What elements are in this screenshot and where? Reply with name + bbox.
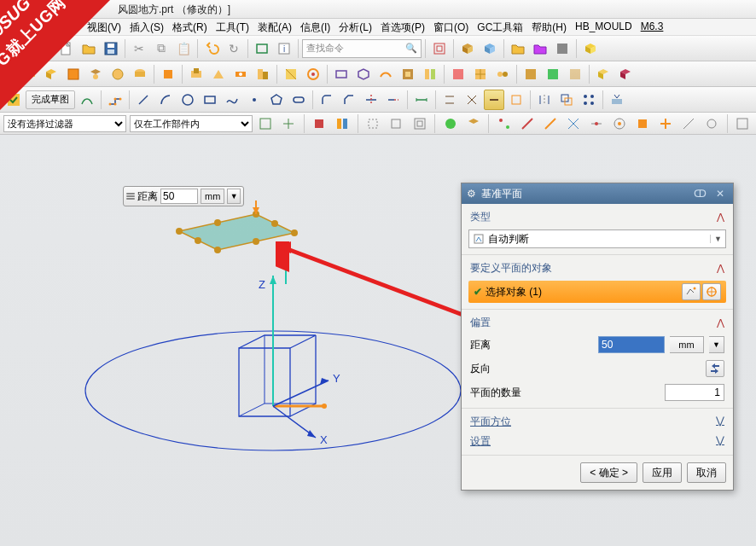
dialog-close-icon[interactable]: ✕	[712, 187, 728, 200]
type-combo[interactable]: 自动判断 ▼	[468, 229, 726, 248]
sk-arc-icon[interactable]	[155, 90, 176, 110]
sk-rect-icon[interactable]	[200, 90, 220, 110]
snap-11-icon[interactable]	[733, 113, 753, 134]
section-orientation-header[interactable]: 平面方位⋁	[468, 412, 726, 432]
menu-analyze[interactable]: 分析(L)	[335, 20, 375, 33]
feat-16-icon[interactable]	[375, 64, 396, 84]
redo-icon[interactable]: ↻	[224, 38, 244, 59]
save-icon[interactable]	[101, 38, 121, 59]
filter-8-icon[interactable]	[440, 113, 460, 134]
filter-9-icon[interactable]	[463, 113, 483, 134]
snap-4-icon[interactable]	[563, 113, 583, 134]
sk-spline-icon[interactable]	[222, 90, 242, 110]
sk-constr-1-icon[interactable]	[439, 90, 460, 110]
count-input[interactable]	[665, 384, 724, 401]
feat-17-icon[interactable]	[398, 64, 418, 84]
sk-slot-icon[interactable]	[288, 90, 309, 110]
feat-23-icon[interactable]	[543, 64, 563, 84]
feat-21-icon[interactable]	[492, 64, 513, 84]
feat-8-icon[interactable]	[186, 64, 206, 84]
command-search-input[interactable]: 查找命令🔍	[302, 39, 422, 58]
filter-2-icon[interactable]	[279, 113, 299, 134]
sk-mirror-icon[interactable]	[534, 90, 555, 110]
feat-26-icon[interactable]	[615, 64, 636, 84]
select-tool-1-icon[interactable]	[682, 283, 701, 300]
sk-constr-4-icon[interactable]	[506, 90, 526, 110]
snap-1-icon[interactable]	[494, 113, 514, 134]
menu-gc[interactable]: GC工具箱	[474, 20, 526, 33]
menu-help[interactable]: 帮助(H)	[528, 20, 570, 33]
feat-9-icon[interactable]	[208, 64, 229, 84]
filter-6-icon[interactable]	[387, 113, 406, 134]
sk-line-icon[interactable]	[133, 90, 154, 110]
reverse-button[interactable]	[706, 360, 724, 377]
feat-2-icon[interactable]	[41, 64, 61, 84]
filter-5-icon[interactable]	[363, 113, 383, 134]
feat-18-icon[interactable]	[420, 64, 440, 84]
cut-icon[interactable]: ✂	[129, 38, 149, 59]
apply-button[interactable]: 应用	[643, 462, 682, 483]
sk-profile-icon[interactable]	[105, 90, 125, 110]
info-icon[interactable]: i	[274, 38, 294, 59]
feat-20-icon[interactable]	[470, 64, 491, 84]
menu-assemble[interactable]: 装配(A)	[254, 20, 295, 33]
feat-22-icon[interactable]	[520, 64, 541, 84]
section-settings-header[interactable]: 设置⋁	[468, 432, 726, 451]
feat-24-icon[interactable]	[565, 64, 585, 84]
filter-1-icon[interactable]	[256, 113, 276, 134]
sk-extend-icon[interactable]	[383, 90, 404, 110]
menu-prefs[interactable]: 首选项(P)	[377, 20, 428, 33]
sk-dim-icon[interactable]	[411, 90, 432, 110]
select-object-row[interactable]: ✔ 选择对象 (1)	[468, 281, 726, 303]
select-tool-2-icon[interactable]	[702, 283, 721, 300]
undo-icon[interactable]	[201, 38, 222, 59]
sk-fillet-icon[interactable]	[317, 90, 337, 110]
sk-offset-icon[interactable]	[556, 90, 577, 110]
distance-dropdown[interactable]: ▼	[709, 336, 724, 353]
sk-proj-icon[interactable]	[607, 90, 627, 110]
distance-input[interactable]	[598, 336, 665, 353]
paste-icon[interactable]: 📋	[173, 38, 194, 59]
section-objects-header[interactable]: 要定义平面的对象 ⋀	[468, 258, 726, 278]
copy-icon[interactable]: ⧉	[151, 38, 172, 59]
snap-8-icon[interactable]	[656, 113, 676, 134]
snap-5-icon[interactable]	[586, 113, 606, 134]
filter-7-icon[interactable]	[410, 113, 429, 134]
sk-pattern-icon[interactable]	[579, 90, 599, 110]
rect-icon[interactable]	[252, 38, 272, 59]
menu-hbmould[interactable]: HB_MOULD	[572, 20, 636, 33]
sk-point-icon[interactable]	[244, 90, 265, 110]
distance-dropdown-icon[interactable]: ▼	[227, 189, 241, 204]
drag-handle-icon[interactable]	[126, 191, 135, 201]
open-file-icon[interactable]	[79, 38, 99, 59]
feat-15-icon[interactable]	[353, 64, 374, 84]
menu-info[interactable]: 信息(I)	[297, 20, 334, 33]
section-offset-header[interactable]: 偏置 ⋀	[468, 313, 726, 333]
dialog-titlebar[interactable]: ⚙ 基准平面 ↀ ✕	[462, 183, 733, 204]
feat-11-icon[interactable]	[253, 64, 273, 84]
new-file-icon[interactable]	[56, 38, 77, 59]
sk-1-icon[interactable]	[77, 90, 97, 110]
snap-2-icon[interactable]	[517, 113, 537, 134]
cube-1-icon[interactable]	[580, 38, 601, 59]
sk-constr-3-icon[interactable]	[484, 90, 504, 110]
shade-3-icon[interactable]	[552, 38, 573, 59]
snap-7-icon[interactable]	[633, 113, 653, 134]
menu-view[interactable]: 视图(V)	[84, 20, 125, 33]
finish-sketch-button[interactable]: 完成草图	[26, 90, 75, 109]
feat-14-icon[interactable]	[331, 64, 352, 84]
feat-13-icon[interactable]	[303, 64, 323, 84]
distance-value-field[interactable]	[160, 189, 198, 204]
feat-5-icon[interactable]	[108, 64, 128, 84]
folder-2-icon[interactable]	[508, 38, 528, 59]
view-rect-icon[interactable]	[429, 38, 450, 59]
menu-insert[interactable]: 插入(S)	[126, 20, 167, 33]
sk-trim-icon[interactable]	[361, 90, 381, 110]
feat-19-icon[interactable]	[448, 64, 468, 84]
sk-poly-icon[interactable]	[266, 90, 287, 110]
shade-2-icon[interactable]	[480, 38, 500, 59]
folder-3-icon[interactable]	[530, 38, 550, 59]
snap-10-icon[interactable]	[702, 113, 722, 134]
feat-1-icon[interactable]	[19, 64, 39, 84]
shade-1-icon[interactable]	[457, 38, 478, 59]
